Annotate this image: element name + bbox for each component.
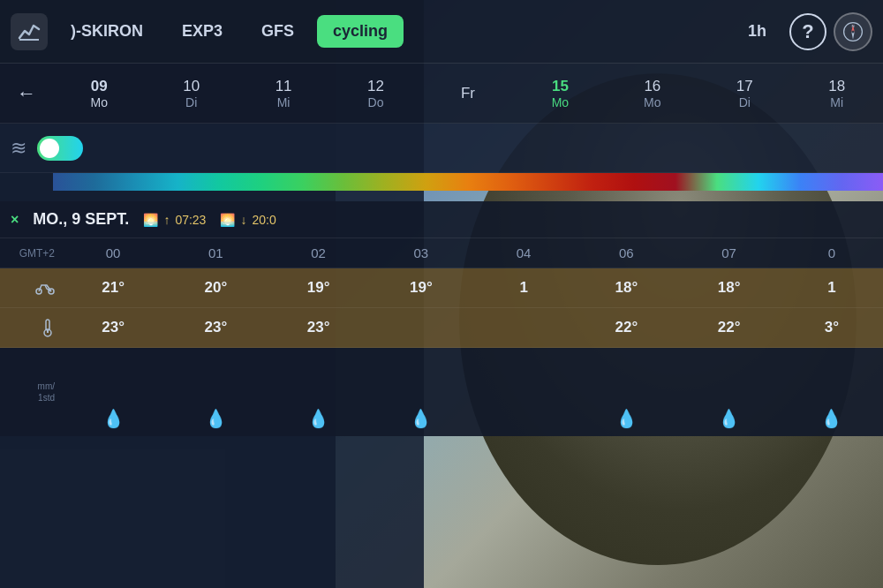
date-item-10[interactable]: 10 Di — [145, 74, 237, 113]
gmt-label: GMT+2 — [0, 247, 62, 260]
thermo-temp-row: 23° 23° 23° 22° 22° 3° — [0, 308, 883, 348]
sunset-icon: 🌅 — [220, 213, 235, 227]
bike-temp-0x: 1 — [781, 268, 883, 307]
sunset-arrow: ↓ — [240, 213, 246, 227]
hour-01: 01 — [164, 238, 267, 268]
info-panel: × MO., 9 SEPT. 🌅 ↑ 07:23 🌅 ↓ 20:0 GMT+2 … — [0, 201, 883, 436]
thermo-temp-0x: 3° — [781, 308, 883, 347]
thermo-temp-06: 22° — [575, 308, 677, 347]
model-gfs-button[interactable]: GFS — [245, 15, 310, 48]
date-navigation: ← 09 Mo 10 Di 11 Mi 12 Do Fr 15 Mo 16 Mo — [0, 64, 883, 124]
bike-temp-00: 21° — [62, 268, 164, 307]
date-label: MO., 9 SEPT. — [33, 210, 129, 229]
back-arrow-button[interactable]: ← — [0, 64, 53, 124]
date-item-16[interactable]: 16 Mo — [607, 74, 698, 113]
sunrise-time: 07:23 — [175, 213, 206, 227]
thermo-temp-cells: 23° 23° 23° 22° 22° 3° — [62, 308, 883, 347]
svg-text:N: N — [851, 23, 854, 27]
thermo-temp-07: 22° — [678, 308, 781, 347]
wind-icon: ≋ — [11, 137, 26, 160]
bike-temp-06: 18° — [575, 268, 677, 307]
rain-label: mm/1std — [0, 381, 62, 403]
rain-07: 💧 — [678, 408, 781, 429]
hour-0x: 0 — [781, 238, 883, 268]
svg-marker-3 — [851, 32, 854, 40]
rain-cells: 💧 💧 💧 💧 💧 💧 💧 — [62, 348, 883, 436]
sunset-time: 20:0 — [252, 213, 275, 227]
close-button[interactable]: × — [11, 212, 19, 228]
thermo-temp-03 — [370, 308, 472, 347]
bike-temp-row: 21° 20° 19° 19° 1 18° 18° 1 — [0, 268, 883, 308]
bike-temp-03: 19° — [370, 268, 472, 307]
date-item-12[interactable]: 12 Do — [329, 74, 421, 113]
cycling-tab-button[interactable]: cycling — [317, 15, 404, 48]
date-header-row: × MO., 9 SEPT. 🌅 ↑ 07:23 🌅 ↓ 20:0 — [0, 201, 883, 238]
date-item-09[interactable]: 09 Mo — [53, 74, 145, 113]
svg-rect-7 — [46, 320, 49, 330]
rain-00: 💧 — [62, 408, 164, 429]
model-exp3-button[interactable]: EXP3 — [166, 15, 238, 48]
bike-temp-02: 19° — [268, 268, 370, 307]
date-item-17[interactable]: 17 Di — [698, 74, 790, 113]
date-items-list: 09 Mo 10 Di 11 Mi 12 Do Fr 15 Mo 16 Mo 1… — [53, 74, 883, 113]
sunrise-icon: 🌅 — [143, 213, 158, 227]
rain-01: 💧 — [164, 408, 267, 429]
rain-06: 💧 — [575, 408, 677, 429]
compass-button[interactable]: N — [834, 12, 872, 51]
time-interval-button[interactable]: 1h — [732, 15, 782, 48]
sunrise-arrow: ↑ — [163, 213, 170, 227]
thermo-temp-04 — [472, 308, 575, 347]
hour-03: 03 — [370, 238, 472, 268]
hour-cells: 00 01 02 03 04 06 07 0 — [62, 238, 883, 268]
thermometer-icon — [0, 318, 62, 337]
thermo-temp-00: 23° — [62, 308, 164, 347]
sunset-info: 🌅 ↓ 20:0 — [220, 213, 275, 227]
wind-toggle[interactable] — [37, 136, 83, 161]
model-skiron-button[interactable]: )-SKIRON — [55, 15, 159, 48]
help-button[interactable]: ? — [789, 13, 826, 50]
bike-temp-01: 20° — [164, 268, 267, 307]
rain-0x: 💧 — [781, 408, 883, 429]
hour-07: 07 — [678, 238, 781, 268]
date-item-18[interactable]: 18 Mi — [791, 74, 883, 113]
sunrise-info: 🌅 ↑ 07:23 — [143, 213, 206, 227]
thermo-temp-01: 23° — [164, 308, 267, 347]
hour-00: 00 — [62, 238, 164, 268]
date-item-fr[interactable]: Fr — [422, 74, 514, 113]
chart-icon[interactable] — [11, 13, 48, 50]
hour-06: 06 — [575, 238, 677, 268]
date-item-11[interactable]: 11 Mi — [238, 74, 329, 113]
bike-temp-cells: 21° 20° 19° 19° 1 18° 18° 1 — [62, 268, 883, 307]
header-bar: )-SKIRON EXP3 GFS cycling 1h ? N — [0, 0, 883, 64]
bike-icon — [0, 281, 62, 295]
rain-03: 💧 — [370, 408, 472, 429]
rain-02: 💧 — [268, 408, 370, 429]
hour-04: 04 — [472, 238, 575, 268]
rain-row: mm/1std 💧 💧 💧 💧 💧 💧 💧 — [0, 348, 883, 436]
thermo-temp-02: 23° — [268, 308, 370, 347]
color-scale-bar — [53, 173, 883, 191]
bike-temp-07: 18° — [678, 268, 781, 307]
toggle-knob — [40, 139, 59, 158]
hours-row: GMT+2 00 01 02 03 04 06 07 0 — [0, 238, 883, 268]
bike-temp-04: 1 — [472, 268, 575, 307]
date-item-15[interactable]: 15 Mo — [514, 74, 606, 113]
wind-toggle-row: ≋ — [0, 124, 883, 173]
hour-02: 02 — [268, 238, 370, 268]
